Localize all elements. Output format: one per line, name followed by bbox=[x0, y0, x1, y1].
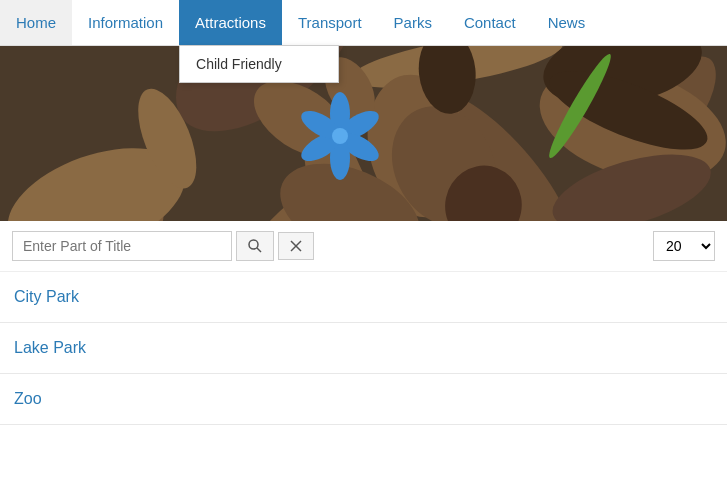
hero-image bbox=[0, 46, 727, 221]
hero-canvas bbox=[0, 46, 727, 221]
nav-dropdown-wrapper-attractions: Attractions Child Friendly bbox=[179, 0, 282, 45]
clear-button[interactable] bbox=[278, 232, 314, 260]
attractions-dropdown-menu: Child Friendly bbox=[179, 45, 339, 83]
page-size-select[interactable]: 10 20 50 100 bbox=[653, 231, 715, 261]
list-item-lake-park[interactable]: Lake Park bbox=[0, 323, 727, 374]
nav-item-parks[interactable]: Parks bbox=[378, 0, 448, 45]
list-item-zoo[interactable]: Zoo bbox=[0, 374, 727, 425]
nav-item-news[interactable]: News bbox=[532, 0, 602, 45]
clear-icon bbox=[289, 239, 303, 253]
list-item-city-park[interactable]: City Park bbox=[0, 272, 727, 323]
nav-item-home[interactable]: Home bbox=[0, 0, 72, 45]
nav-item-contact[interactable]: Contact bbox=[448, 0, 532, 45]
svg-line-1 bbox=[257, 248, 261, 252]
nav-item-transport[interactable]: Transport bbox=[282, 0, 378, 45]
nav-item-information[interactable]: Information bbox=[72, 0, 179, 45]
main-nav: Home Information Attractions Child Frien… bbox=[0, 0, 727, 46]
dropdown-item-child-friendly[interactable]: Child Friendly bbox=[180, 46, 338, 82]
attractions-list: City Park Lake Park Zoo bbox=[0, 272, 727, 425]
search-input[interactable] bbox=[12, 231, 232, 261]
search-icon bbox=[247, 238, 263, 254]
svg-point-0 bbox=[249, 240, 258, 249]
search-button[interactable] bbox=[236, 231, 274, 261]
search-bar: 10 20 50 100 bbox=[0, 221, 727, 272]
nav-item-attractions[interactable]: Attractions bbox=[179, 0, 282, 45]
